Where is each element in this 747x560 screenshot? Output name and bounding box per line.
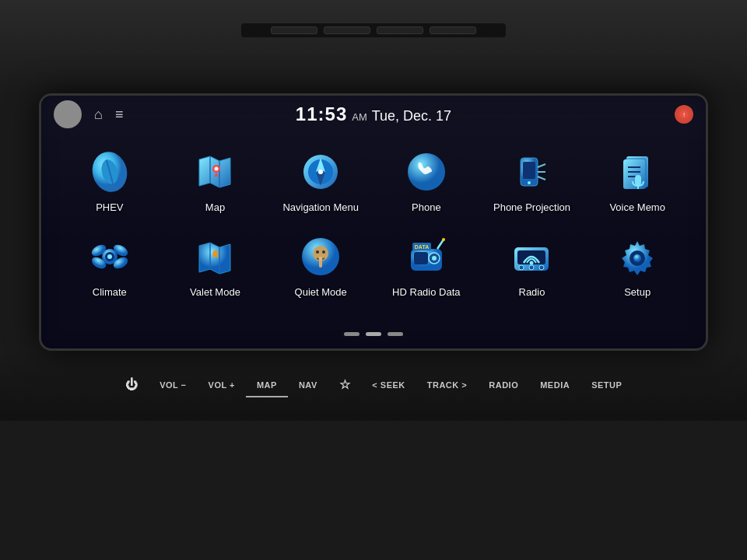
map-label: Map: [205, 201, 225, 215]
radio-label: Radio: [519, 286, 545, 299]
phone-projection-icon: [508, 149, 555, 195]
notification-icon[interactable]: !: [675, 105, 693, 124]
page-dot-2[interactable]: [366, 332, 381, 336]
svg-point-62: [633, 254, 641, 262]
vol-up-label: VOL +: [209, 380, 235, 390]
media-button[interactable]: MEDIA: [529, 374, 580, 397]
app-setup[interactable]: Setup: [584, 226, 690, 310]
power-button[interactable]: ⏻: [114, 372, 149, 400]
quiet-mode-label: Quiet Mode: [295, 286, 347, 299]
climate-label: Climate: [93, 286, 127, 299]
vent-bar: [241, 23, 506, 37]
phev-label: PHEV: [96, 201, 123, 215]
status-left: ⌂ ≡: [54, 100, 124, 128]
favorites-button[interactable]: ☆: [328, 371, 362, 400]
radio-icon: [508, 233, 555, 280]
app-navigation-menu[interactable]: Navigation Menu: [268, 141, 374, 226]
clock-time: 11:53: [296, 103, 347, 125]
svg-line-22: [538, 177, 545, 180]
app-voice-memo[interactable]: Voice Memo: [584, 141, 690, 226]
svg-rect-48: [414, 252, 428, 264]
page-indicators: [41, 326, 706, 348]
svg-marker-38: [199, 243, 230, 274]
map-button[interactable]: MAP: [246, 374, 288, 397]
climate-icon: [86, 233, 133, 280]
power-icon: ⏻: [125, 378, 139, 392]
setup-icon: [614, 233, 661, 280]
svg-text:!: !: [683, 111, 685, 118]
vol-down-label: VOL −: [160, 380, 186, 390]
favorites-icon: ☆: [339, 377, 351, 392]
setup-btn-label: SETUP: [591, 380, 622, 390]
svg-line-20: [538, 164, 545, 167]
track-fwd-label: TRACK >: [427, 380, 467, 390]
svg-point-44: [322, 250, 325, 254]
status-center: 11:53 AM Tue, Dec. 17: [296, 103, 451, 125]
quiet-mode-icon: [297, 233, 344, 280]
svg-line-51: [437, 240, 444, 249]
track-fwd-button[interactable]: TRACK >: [416, 374, 478, 397]
svg-point-58: [519, 265, 524, 270]
svg-point-50: [432, 256, 437, 261]
page-dot-1[interactable]: [344, 332, 359, 336]
setup-label: Setup: [624, 286, 651, 299]
voice-memo-label: Voice Memo: [609, 201, 665, 215]
menu-icon[interactable]: ≡: [115, 107, 124, 123]
radio-button[interactable]: RADIO: [478, 374, 529, 397]
app-climate[interactable]: Climate: [57, 226, 163, 310]
map-icon: [191, 149, 238, 195]
svg-point-57: [530, 261, 534, 264]
nav-btn-label: NAV: [299, 380, 317, 390]
status-bar: ⌂ ≡ 11:53 AM Tue, Dec. 17 !: [41, 96, 706, 133]
app-grid: PHEV: [41, 133, 706, 326]
vol-up-button[interactable]: VOL +: [198, 374, 246, 397]
media-btn-label: MEDIA: [540, 380, 570, 390]
phone-label: Phone: [412, 201, 441, 215]
vent-slot: [377, 26, 423, 34]
app-hd-radio-data[interactable]: DATA HD Radio Data: [374, 226, 479, 310]
svg-point-15: [318, 170, 323, 174]
hd-radio-data-icon: DATA: [403, 233, 450, 280]
app-phev[interactable]: PHEV: [57, 141, 163, 226]
svg-point-37: [107, 254, 112, 259]
app-quiet-mode[interactable]: Quiet Mode: [268, 226, 374, 310]
clock-date: Tue, Dec. 17: [372, 108, 451, 124]
navigation-menu-label: Navigation Menu: [282, 201, 359, 215]
top-bezel: [0, 0, 747, 93]
svg-rect-46: [319, 257, 322, 261]
svg-point-19: [528, 181, 531, 184]
app-map[interactable]: Map: [163, 141, 268, 226]
clock-ampm: AM: [352, 111, 367, 123]
navigation-menu-icon: [297, 149, 344, 195]
page-dot-3[interactable]: [388, 332, 403, 336]
svg-point-60: [539, 265, 544, 270]
voice-memo-icon: [614, 149, 661, 195]
nav-button[interactable]: NAV: [288, 374, 328, 397]
vent-slot: [324, 26, 370, 34]
svg-rect-29: [635, 175, 641, 186]
setup-button[interactable]: SETUP: [580, 374, 633, 397]
app-radio[interactable]: Radio: [479, 226, 585, 310]
hd-radio-data-label: HD Radio Data: [392, 286, 460, 299]
app-phone[interactable]: Phone: [374, 141, 479, 226]
status-right: !: [675, 105, 693, 124]
bottom-controls: ⏻ VOL − VOL + MAP NAV ☆ < SEEK TRACK > R…: [0, 351, 747, 421]
vol-down-button[interactable]: VOL −: [149, 374, 197, 397]
vent-slot: [271, 26, 317, 34]
svg-point-52: [442, 238, 445, 241]
svg-point-9: [215, 167, 219, 171]
svg-rect-18: [523, 162, 535, 179]
app-valet-mode[interactable]: Valet Mode: [163, 226, 268, 310]
app-phone-projection[interactable]: Phone Projection: [479, 141, 585, 226]
svg-point-59: [529, 265, 534, 270]
svg-point-43: [316, 250, 319, 254]
home-icon[interactable]: ⌂: [94, 107, 103, 123]
valet-mode-label: Valet Mode: [190, 286, 240, 299]
vent-slot: [430, 26, 476, 34]
phone-icon: [403, 149, 450, 195]
phone-projection-label: Phone Projection: [493, 201, 570, 215]
seek-back-button[interactable]: < SEEK: [361, 374, 416, 397]
infotainment-screen: ⌂ ≡ 11:53 AM Tue, Dec. 17 !: [39, 93, 708, 351]
avatar: [54, 100, 82, 128]
map-btn-label: MAP: [257, 380, 277, 390]
